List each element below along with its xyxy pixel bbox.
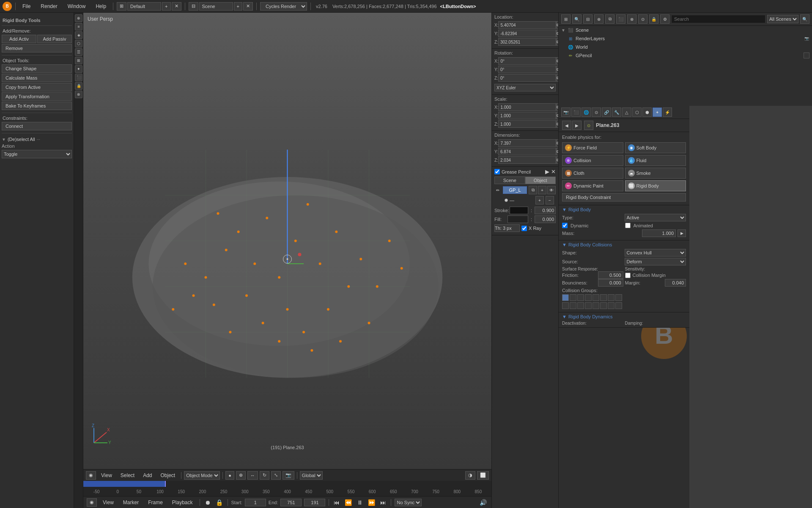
scale-y-input[interactable] [498, 112, 556, 119]
gp-layer-remove[interactable]: − [546, 196, 554, 204]
dim-x-input[interactable] [498, 139, 556, 147]
phys-icon-material[interactable]: ⬡ [632, 108, 642, 117]
change-shape-btn[interactable]: Change Shape [2, 64, 72, 73]
phys-nav-left[interactable]: ◀ [562, 121, 571, 130]
gp-tab-scene[interactable]: Scene [494, 177, 525, 184]
phys-icon-constraint[interactable]: 🔗 [602, 108, 611, 117]
viewport-layout-btn[interactable]: ⊞ [117, 2, 126, 11]
workspace-close-btn[interactable]: ✕ [172, 2, 181, 11]
collision-margin-checkbox[interactable] [625, 273, 631, 278]
add-passive-btn[interactable]: Add Passiv [37, 35, 72, 43]
menu-window[interactable]: Window [64, 3, 89, 10]
gp-layer-add[interactable]: + [535, 196, 544, 204]
loc-z-input[interactable] [498, 38, 556, 46]
renderlayers-cam-icon[interactable]: 📷 [804, 36, 809, 41]
tl-playback-label[interactable]: Playback [169, 499, 196, 506]
gp-checkbox[interactable] [494, 169, 500, 174]
v-icon-1[interactable]: ⊕ [75, 14, 82, 22]
loc-x-input[interactable] [498, 21, 556, 29]
cg-dot-15[interactable] [608, 302, 614, 309]
rot-z-input[interactable] [498, 74, 556, 82]
rigid-body-constraint-btn[interactable]: Rigid Body Constraint [562, 193, 686, 202]
vp-rotate-btn[interactable]: ↻ [260, 471, 269, 480]
coord-select[interactable]: Global [300, 471, 323, 480]
tl-icon-btn[interactable]: ◉ [87, 498, 97, 507]
scene-close-btn[interactable]: ✕ [243, 2, 253, 11]
tl-marker-label[interactable]: Marker [120, 499, 142, 506]
collision-btn[interactable]: ⊗ Collision [562, 155, 623, 166]
gp-close-btn[interactable]: ✕ [551, 168, 556, 175]
menu-help[interactable]: Help [92, 3, 110, 10]
world-item[interactable]: 🌐 World [565, 43, 812, 51]
v-icon-9[interactable]: 🔒 [75, 82, 82, 90]
vp-scale-btn[interactable]: ⤡ [271, 471, 281, 480]
source-select[interactable]: Deform [625, 258, 686, 265]
cg-dot-3[interactable] [577, 294, 584, 301]
out-icon-4[interactable]: ⊕ [594, 14, 604, 24]
vp-icon-mode-btn[interactable]: ◉ [86, 471, 96, 480]
force-field-btn[interactable]: ⚡ Force Field [562, 142, 623, 153]
v-icon-8[interactable]: ⬛ [75, 74, 82, 81]
animated-checkbox[interactable] [625, 223, 631, 228]
cloth-btn[interactable]: ▦ Cloth [562, 168, 623, 179]
friction-input[interactable] [598, 271, 623, 279]
copy-active-btn[interactable]: Copy from Active [2, 83, 72, 91]
vp-transform-btn[interactable]: ↔ [247, 471, 258, 480]
gp-stroke-value[interactable] [535, 207, 556, 214]
rb-collisions-title[interactable]: ▼ Rigid Body Collisions [562, 242, 686, 247]
cg-dot-5[interactable] [593, 294, 599, 301]
workspace-add-btn[interactable]: + [162, 2, 170, 11]
phys-icon-physics[interactable]: ⚡ [663, 108, 672, 117]
fluid-btn[interactable]: 💧 Fluid [625, 155, 686, 166]
gp-xray-checkbox[interactable] [521, 226, 527, 231]
smoke-btn[interactable]: ☁ Smoke [625, 168, 686, 179]
action-select[interactable]: Toggle [2, 150, 72, 158]
connect-btn[interactable]: Connect [2, 122, 72, 130]
v-icon-4[interactable]: ⬡ [75, 40, 82, 47]
dynamic-paint-btn[interactable]: ✏ Dynamic Paint [562, 180, 623, 191]
out-icon-5[interactable]: ⧉ [605, 14, 614, 24]
out-icon-8[interactable]: ⊙ [638, 14, 647, 24]
add-active-btn[interactable]: Add Activ [2, 35, 36, 43]
out-icon-3[interactable]: ⊟ [583, 14, 593, 24]
shape-select[interactable]: Convex Hull [625, 249, 686, 257]
cg-dot-11[interactable] [577, 302, 584, 309]
vp-overlay-btn[interactable]: ◑ [465, 471, 475, 480]
v-icon-3[interactable]: ◈ [75, 31, 82, 39]
gp-copy-icon[interactable]: ⧉ [529, 186, 537, 194]
rot-x-input[interactable] [498, 57, 556, 65]
vp-view-label[interactable]: View [98, 472, 115, 479]
vp-manipulator-btn[interactable]: ⊕ [236, 471, 246, 480]
current-frame-input[interactable] [304, 499, 325, 506]
phys-icon-world[interactable]: 🌐 [582, 108, 591, 117]
phys-icon-scene[interactable]: ⬛ [571, 108, 581, 117]
tl-jump-start-btn[interactable]: ⏮ [332, 499, 341, 506]
tl-view-label[interactable]: View [99, 499, 117, 506]
v-icon-6[interactable]: ⊞ [75, 57, 82, 64]
object-mode-select[interactable]: Object Mode [184, 471, 220, 480]
menu-file[interactable]: File [19, 3, 34, 10]
phys-icon-object[interactable]: ⊙ [592, 108, 601, 117]
loc-y-input[interactable] [498, 30, 556, 37]
remove-btn[interactable]: Remove [2, 44, 72, 52]
vp-circle-btn[interactable]: ● [225, 471, 234, 480]
phys-icon-data[interactable]: △ [622, 108, 631, 117]
vp-camera-btn[interactable]: 📷 [283, 471, 294, 480]
cg-dot-10[interactable] [570, 302, 576, 309]
cg-dot-4[interactable] [585, 294, 592, 301]
vp-select-label[interactable]: Select [117, 472, 138, 479]
gp-tab-object[interactable]: Object [525, 177, 556, 184]
cg-dot-16[interactable] [615, 302, 622, 309]
out-icon-1[interactable]: ⊞ [561, 14, 571, 24]
bounciness-input[interactable] [598, 279, 623, 287]
rigid-body-btn[interactable]: ⬜ Rigid Body [625, 180, 686, 191]
rigid-body-subtitle[interactable]: ▼ Rigid Body [562, 207, 686, 212]
renderlayers-item[interactable]: ⊞ RenderLayers 📷 [565, 34, 812, 43]
viewport[interactable]: X Z Y (191) Plane.263 User Persp ◉ View … [83, 13, 491, 508]
start-frame-input[interactable] [245, 499, 266, 506]
phys-icon-render[interactable]: 📷 [561, 108, 571, 117]
tl-record-btn[interactable]: ⏺ [203, 499, 212, 506]
scene-input[interactable] [199, 2, 233, 11]
scale-x-input[interactable] [498, 103, 556, 111]
mass-input[interactable] [642, 229, 676, 237]
